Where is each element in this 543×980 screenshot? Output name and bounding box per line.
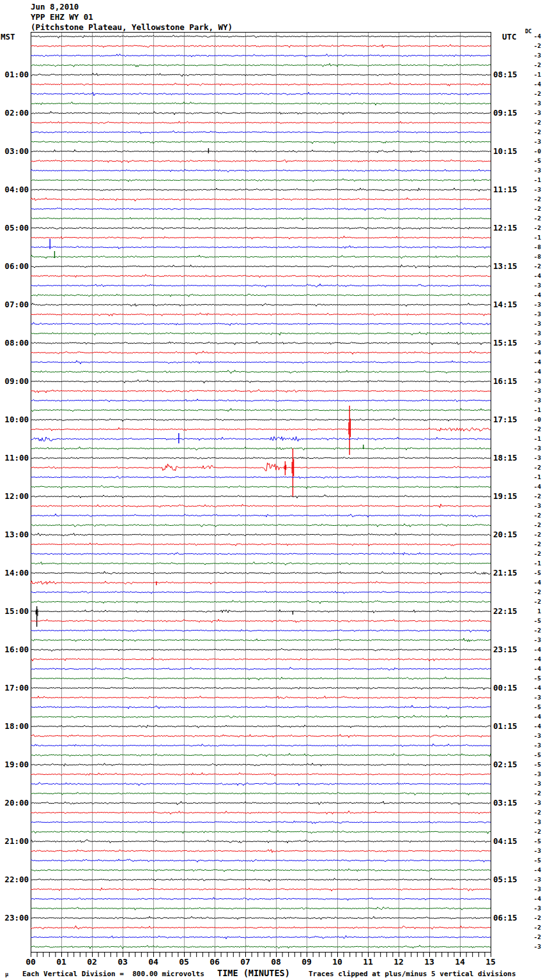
dc-offset-value: -3 — [511, 732, 541, 740]
seismogram-trace-row-58 — [31, 581, 491, 585]
seismogram-trace-row-27 — [31, 284, 491, 287]
mst-time-label: 09:00 — [0, 377, 29, 386]
seismogram-trace-row-74 — [31, 734, 491, 737]
dc-offset-value: -2 — [511, 224, 541, 232]
seismogram-trace-row-12 — [31, 141, 491, 144]
mst-time-label: 06:00 — [0, 262, 29, 271]
seismogram-trace-row-81 — [31, 801, 491, 805]
seismogram-trace-row-82 — [31, 811, 491, 814]
seismogram-trace-row-35 — [31, 360, 491, 364]
seismogram-trace-row-34 — [31, 351, 491, 355]
seismogram-trace-row-18 — [31, 197, 491, 201]
seismogram-trace-row-11 — [31, 131, 491, 134]
dc-offset-value: -3 — [511, 301, 541, 309]
seismogram-trace-row-48 — [31, 486, 491, 489]
dc-offset-value: -3 — [511, 818, 541, 826]
dc-offset-value: -1 — [511, 473, 541, 481]
seismogram-trace-row-3 — [31, 54, 491, 57]
dc-offset-value: -4 — [511, 291, 541, 299]
seismogram-trace-row-83 — [31, 821, 491, 823]
dc-offset-value: -2 — [511, 215, 541, 222]
header-location: (Pitchstone Plateau, Yellowstone Park, W… — [31, 22, 233, 32]
seismogram-trace-row-57 — [31, 571, 491, 575]
dc-offset-value: -4 — [511, 368, 541, 376]
seismogram-trace-row-69 — [31, 687, 491, 690]
dc-offset-value: -2 — [511, 464, 541, 471]
seismogram-trace-row-56 — [31, 562, 491, 565]
seismogram-trace-row-30 — [31, 313, 491, 316]
seismogram-trace-row-49 — [31, 494, 491, 498]
x-axis-tick-label: 01 — [52, 957, 70, 967]
seismogram-trace-row-45 — [31, 457, 491, 459]
mst-time-label: 01:00 — [0, 70, 29, 79]
x-axis-tick-label: 07 — [236, 957, 254, 967]
seismogram-trace-row-17 — [31, 188, 491, 191]
dc-offset-value: -1 — [511, 435, 541, 443]
seismogram-trace-row-40 — [31, 408, 491, 411]
mst-time-label: 03:00 — [0, 147, 29, 156]
dc-offset-value: -3 — [511, 502, 541, 510]
seismogram-trace-row-51 — [31, 514, 491, 517]
dc-offset-value: -0 — [511, 148, 541, 155]
seismogram-trace-row-43 — [31, 436, 491, 441]
seismogram-trace-row-80 — [31, 792, 491, 795]
dc-offset-value: -4 — [511, 655, 541, 663]
seismogram-trace-row-85 — [31, 839, 491, 843]
webicorder-page: Jun 8,2010 YPP EHZ WY 01 (Pitchstone Pla… — [0, 0, 543, 980]
dc-offset-value: -3 — [511, 186, 541, 194]
dc-offset-value: -4 — [511, 713, 541, 721]
dc-offset-value: -5 — [511, 675, 541, 682]
header-date: Jun 8,2010 — [31, 2, 79, 11]
dc-offset-value: -3 — [511, 310, 541, 318]
dc-offset-value: -4 — [511, 665, 541, 673]
vertical-scale-note: Each Vertical Division = 800.00 microvol… — [22, 970, 204, 978]
seismogram-trace-row-67 — [31, 667, 491, 670]
dc-offset-value: -4 — [511, 33, 541, 40]
dc-offset-value: -2 — [511, 550, 541, 558]
seismogram-trace-row-47 — [31, 476, 491, 479]
mst-time-label: 15:00 — [0, 607, 29, 616]
seismogram-trace-row-96 — [31, 946, 491, 949]
dc-offset-value: -0 — [511, 416, 541, 424]
x-axis-tick-label: 02 — [83, 957, 101, 967]
mst-time-label: 21:00 — [0, 837, 29, 846]
dc-offset-value: -2 — [511, 61, 541, 69]
seismogram-trace-row-37 — [31, 379, 491, 383]
dc-offset-value: -4 — [511, 895, 541, 903]
mst-time-label: 08:00 — [0, 339, 29, 348]
seismogram-trace-row-16 — [31, 179, 491, 182]
dc-offset-value: -5 — [511, 838, 541, 845]
dc-offset-value: -2 — [511, 195, 541, 203]
x-axis-tick-label: 11 — [359, 957, 377, 967]
dc-offset-value: -3 — [511, 943, 541, 951]
seismogram-trace-row-55 — [31, 553, 491, 556]
seismogram-trace-row-13 — [31, 149, 491, 153]
seismogram-trace-row-95 — [31, 935, 491, 938]
seismogram-trace-row-94 — [31, 926, 491, 930]
seismogram-trace-row-31 — [31, 323, 491, 326]
dc-offset-value: -4 — [511, 272, 541, 280]
dc-offset-value: -2 — [511, 531, 541, 539]
dc-offset-value: -2 — [511, 263, 541, 270]
seismogram-trace-row-25 — [31, 264, 491, 268]
dc-offset-value: -2 — [511, 914, 541, 922]
dc-offset-value: -5 — [511, 751, 541, 759]
seismogram-trace-row-88 — [31, 869, 491, 872]
seismogram-trace-row-33 — [31, 341, 491, 345]
dc-offset-value: -4 — [511, 684, 541, 692]
dc-offset-value: -2 — [511, 588, 541, 596]
dc-offset-value: -3 — [511, 109, 541, 117]
x-axis-tick-label: 06 — [206, 957, 224, 967]
dc-offset-value: -3 — [511, 799, 541, 807]
dc-offset-value: -5 — [511, 761, 541, 769]
mst-time-label: 04:00 — [0, 185, 29, 194]
x-axis-tick-label: 14 — [451, 957, 469, 967]
dc-offset-value: -2 — [511, 90, 541, 98]
clipping-note: Traces clipped at plus/minus 5 vertical … — [309, 970, 516, 978]
dc-offset-value: -3 — [511, 320, 541, 328]
mst-time-label: 14:00 — [0, 569, 29, 578]
mst-time-label: 13:00 — [0, 530, 29, 539]
dc-offset-value: -3 — [511, 876, 541, 884]
x-axis-tick-label: 05 — [175, 957, 193, 967]
seismogram-trace-row-39 — [31, 399, 491, 402]
